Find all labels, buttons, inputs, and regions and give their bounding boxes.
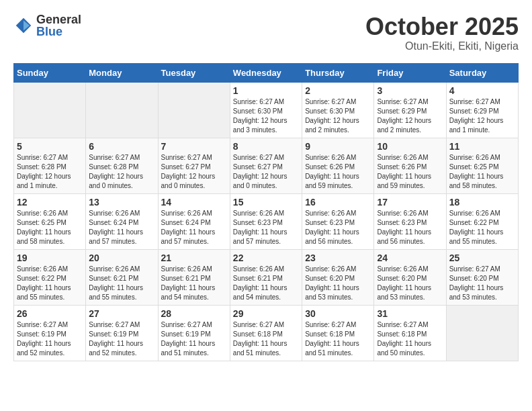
- day-number: 8: [233, 141, 299, 152]
- day-number: 26: [17, 308, 83, 319]
- cell-info: Sunrise: 6:26 AM Sunset: 6:23 PM Dayligh…: [233, 209, 299, 246]
- location: Otun-Ekiti, Ekiti, Nigeria: [365, 40, 519, 52]
- calendar-cell: 6Sunrise: 6:27 AM Sunset: 6:28 PM Daylig…: [86, 138, 158, 193]
- day-number: 9: [305, 141, 371, 152]
- calendar-cell: 9Sunrise: 6:26 AM Sunset: 6:26 PM Daylig…: [302, 138, 374, 193]
- day-number: 11: [449, 141, 515, 152]
- title-block: October 2025 Otun-Ekiti, Ekiti, Nigeria: [365, 13, 519, 52]
- logo-icon: [13, 15, 34, 36]
- calendar-cell: 11Sunrise: 6:26 AM Sunset: 6:25 PM Dayli…: [446, 138, 518, 193]
- col-header-friday: Friday: [374, 63, 446, 82]
- logo-text: General Blue: [36, 13, 81, 38]
- cell-info: Sunrise: 6:26 AM Sunset: 6:24 PM Dayligh…: [89, 209, 154, 246]
- day-number: 24: [377, 253, 443, 263]
- calendar-cell: 5Sunrise: 6:27 AM Sunset: 6:28 PM Daylig…: [14, 138, 86, 193]
- calendar-cell: 10Sunrise: 6:26 AM Sunset: 6:26 PM Dayli…: [374, 138, 446, 193]
- day-number: 17: [377, 197, 443, 208]
- col-header-monday: Monday: [86, 63, 158, 82]
- logo: General Blue: [13, 13, 81, 38]
- cell-info: Sunrise: 6:26 AM Sunset: 6:25 PM Dayligh…: [449, 153, 515, 191]
- calendar-header-row: SundayMondayTuesdayWednesdayThursdayFrid…: [14, 63, 519, 82]
- cell-info: Sunrise: 6:27 AM Sunset: 6:20 PM Dayligh…: [449, 265, 515, 302]
- day-number: 30: [305, 308, 371, 319]
- calendar-cell: 4Sunrise: 6:27 AM Sunset: 6:29 PM Daylig…: [446, 82, 518, 138]
- month-title: October 2025: [365, 13, 519, 40]
- cell-info: Sunrise: 6:26 AM Sunset: 6:25 PM Dayligh…: [17, 209, 83, 246]
- cell-info: Sunrise: 6:27 AM Sunset: 6:29 PM Dayligh…: [449, 97, 515, 135]
- day-number: 27: [89, 308, 154, 319]
- calendar-cell: 21Sunrise: 6:26 AM Sunset: 6:21 PM Dayli…: [158, 249, 230, 305]
- day-number: 19: [17, 253, 83, 263]
- col-header-thursday: Thursday: [302, 63, 374, 82]
- cell-info: Sunrise: 6:26 AM Sunset: 6:21 PM Dayligh…: [233, 265, 299, 302]
- day-number: 1: [233, 85, 299, 96]
- calendar-cell: 30Sunrise: 6:27 AM Sunset: 6:18 PM Dayli…: [302, 305, 374, 361]
- day-number: 25: [449, 253, 515, 263]
- day-number: 3: [377, 85, 443, 96]
- calendar-table: SundayMondayTuesdayWednesdayThursdayFrid…: [13, 63, 519, 361]
- calendar-cell: 2Sunrise: 6:27 AM Sunset: 6:30 PM Daylig…: [302, 82, 374, 138]
- cell-info: Sunrise: 6:27 AM Sunset: 6:30 PM Dayligh…: [305, 97, 371, 135]
- col-header-sunday: Sunday: [14, 63, 86, 82]
- calendar-cell: 13Sunrise: 6:26 AM Sunset: 6:24 PM Dayli…: [86, 193, 158, 249]
- cell-info: Sunrise: 6:26 AM Sunset: 6:20 PM Dayligh…: [377, 265, 443, 302]
- cell-info: Sunrise: 6:26 AM Sunset: 6:21 PM Dayligh…: [89, 265, 154, 302]
- cell-info: Sunrise: 6:27 AM Sunset: 6:19 PM Dayligh…: [17, 320, 83, 358]
- day-number: 13: [89, 197, 154, 208]
- day-number: 22: [233, 253, 299, 263]
- calendar-cell: 29Sunrise: 6:27 AM Sunset: 6:18 PM Dayli…: [230, 305, 302, 361]
- logo-blue-text: Blue: [36, 26, 81, 38]
- cell-info: Sunrise: 6:26 AM Sunset: 6:22 PM Dayligh…: [17, 265, 83, 302]
- calendar-cell: 7Sunrise: 6:27 AM Sunset: 6:27 PM Daylig…: [158, 138, 230, 193]
- calendar-week-row: 1Sunrise: 6:27 AM Sunset: 6:30 PM Daylig…: [14, 82, 519, 138]
- calendar-cell: 26Sunrise: 6:27 AM Sunset: 6:19 PM Dayli…: [14, 305, 86, 361]
- cell-info: Sunrise: 6:27 AM Sunset: 6:18 PM Dayligh…: [233, 320, 299, 358]
- calendar-cell: 18Sunrise: 6:26 AM Sunset: 6:22 PM Dayli…: [446, 193, 518, 249]
- day-number: 29: [233, 308, 299, 319]
- calendar-cell: [446, 305, 518, 361]
- calendar-cell: 19Sunrise: 6:26 AM Sunset: 6:22 PM Dayli…: [14, 249, 86, 305]
- cell-info: Sunrise: 6:26 AM Sunset: 6:23 PM Dayligh…: [377, 209, 443, 246]
- cell-info: Sunrise: 6:27 AM Sunset: 6:27 PM Dayligh…: [161, 153, 227, 191]
- logo-general-text: General: [36, 13, 81, 26]
- cell-info: Sunrise: 6:27 AM Sunset: 6:19 PM Dayligh…: [89, 320, 154, 358]
- page-header: General Blue October 2025 Otun-Ekiti, Ek…: [13, 13, 519, 52]
- day-number: 5: [17, 141, 83, 152]
- day-number: 14: [161, 197, 227, 208]
- col-header-wednesday: Wednesday: [230, 63, 302, 82]
- cell-info: Sunrise: 6:26 AM Sunset: 6:23 PM Dayligh…: [305, 209, 371, 246]
- cell-info: Sunrise: 6:26 AM Sunset: 6:22 PM Dayligh…: [449, 209, 515, 246]
- calendar-cell: 27Sunrise: 6:27 AM Sunset: 6:19 PM Dayli…: [86, 305, 158, 361]
- day-number: 31: [377, 308, 443, 319]
- cell-info: Sunrise: 6:27 AM Sunset: 6:18 PM Dayligh…: [377, 320, 443, 358]
- calendar-cell: 25Sunrise: 6:27 AM Sunset: 6:20 PM Dayli…: [446, 249, 518, 305]
- cell-info: Sunrise: 6:26 AM Sunset: 6:26 PM Dayligh…: [305, 153, 371, 191]
- cell-info: Sunrise: 6:26 AM Sunset: 6:21 PM Dayligh…: [161, 265, 227, 302]
- calendar-cell: 16Sunrise: 6:26 AM Sunset: 6:23 PM Dayli…: [302, 193, 374, 249]
- cell-info: Sunrise: 6:27 AM Sunset: 6:19 PM Dayligh…: [161, 320, 227, 358]
- calendar-cell: [14, 82, 86, 138]
- day-number: 23: [305, 253, 371, 263]
- calendar-week-row: 12Sunrise: 6:26 AM Sunset: 6:25 PM Dayli…: [14, 193, 519, 249]
- day-number: 21: [161, 253, 227, 263]
- day-number: 4: [449, 85, 515, 96]
- col-header-saturday: Saturday: [446, 63, 518, 82]
- calendar-cell: 28Sunrise: 6:27 AM Sunset: 6:19 PM Dayli…: [158, 305, 230, 361]
- cell-info: Sunrise: 6:27 AM Sunset: 6:28 PM Dayligh…: [17, 153, 83, 191]
- day-number: 2: [305, 85, 371, 96]
- calendar-cell: 20Sunrise: 6:26 AM Sunset: 6:21 PM Dayli…: [86, 249, 158, 305]
- cell-info: Sunrise: 6:27 AM Sunset: 6:18 PM Dayligh…: [305, 320, 371, 358]
- calendar-cell: 14Sunrise: 6:26 AM Sunset: 6:24 PM Dayli…: [158, 193, 230, 249]
- col-header-tuesday: Tuesday: [158, 63, 230, 82]
- calendar-week-row: 5Sunrise: 6:27 AM Sunset: 6:28 PM Daylig…: [14, 138, 519, 193]
- day-number: 12: [17, 197, 83, 208]
- calendar-cell: 12Sunrise: 6:26 AM Sunset: 6:25 PM Dayli…: [14, 193, 86, 249]
- cell-info: Sunrise: 6:26 AM Sunset: 6:20 PM Dayligh…: [305, 265, 371, 302]
- cell-info: Sunrise: 6:27 AM Sunset: 6:27 PM Dayligh…: [233, 153, 299, 191]
- calendar-cell: 3Sunrise: 6:27 AM Sunset: 6:29 PM Daylig…: [374, 82, 446, 138]
- day-number: 6: [89, 141, 154, 152]
- day-number: 18: [449, 197, 515, 208]
- calendar-cell: 24Sunrise: 6:26 AM Sunset: 6:20 PM Dayli…: [374, 249, 446, 305]
- calendar-week-row: 19Sunrise: 6:26 AM Sunset: 6:22 PM Dayli…: [14, 249, 519, 305]
- calendar-cell: [86, 82, 158, 138]
